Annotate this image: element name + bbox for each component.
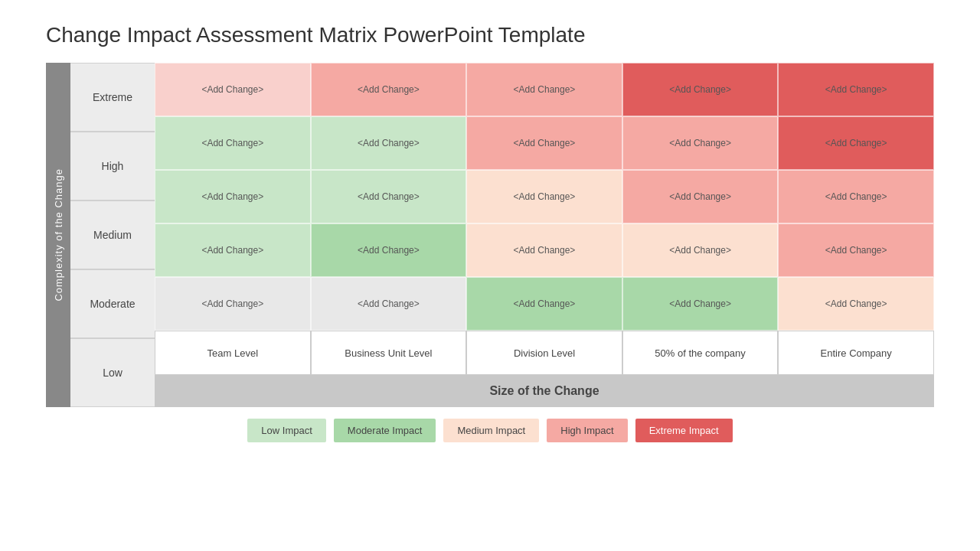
legend-area: Low Impact Moderate Impact Medium Impact…: [0, 415, 980, 446]
cell-high-4[interactable]: <Add Change>: [622, 116, 779, 170]
row-extreme: <Add Change> <Add Change> <Add Change> <…: [155, 63, 934, 116]
legend-moderate: Moderate Impact: [334, 419, 436, 442]
col-label-entire: Entire Company: [778, 331, 934, 375]
cell-medium-4[interactable]: <Add Change>: [622, 170, 779, 223]
row-label-low: Low: [70, 338, 155, 407]
x-axis-row: Size of the Change: [155, 375, 934, 407]
cell-medium-5[interactable]: <Add Change>: [778, 170, 934, 223]
cell-moderate-1[interactable]: <Add Change>: [155, 223, 311, 277]
cell-low-2[interactable]: <Add Change>: [311, 277, 467, 331]
col-label-50pct: 50% of the company: [622, 331, 779, 375]
cell-low-1[interactable]: <Add Change>: [155, 277, 311, 331]
legend-high: High Impact: [547, 419, 627, 442]
cell-extreme-3[interactable]: <Add Change>: [466, 63, 622, 116]
row-low: <Add Change> <Add Change> <Add Change> <…: [155, 277, 934, 331]
legend-extreme: Extreme Impact: [635, 419, 733, 442]
row-label-medium: Medium: [70, 201, 155, 269]
cell-low-4[interactable]: <Add Change>: [622, 277, 779, 331]
row-high: <Add Change> <Add Change> <Add Change> <…: [155, 116, 934, 170]
y-axis-label: Complexity of the Change: [53, 168, 64, 302]
matrix-layout: Complexity of the Change Extreme High Me…: [0, 63, 980, 407]
col-label-team: Team Level: [155, 331, 311, 375]
data-grid: <Add Change> <Add Change> <Add Change> <…: [155, 63, 934, 331]
col-label-bu: Business Unit Level: [311, 331, 467, 375]
legend-medium: Medium Impact: [443, 419, 539, 442]
cell-high-3[interactable]: <Add Change>: [466, 116, 622, 170]
cell-moderate-4[interactable]: <Add Change>: [622, 223, 779, 277]
cell-high-1[interactable]: <Add Change>: [155, 116, 311, 170]
legend-low: Low Impact: [247, 419, 325, 442]
y-axis-bar: Complexity of the Change: [46, 63, 70, 407]
cell-low-3[interactable]: <Add Change>: [466, 277, 622, 331]
main-content: <Add Change> <Add Change> <Add Change> <…: [155, 63, 934, 407]
cell-low-5[interactable]: <Add Change>: [778, 277, 934, 331]
col-labels-row: Team Level Business Unit Level Division …: [155, 331, 934, 375]
row-label-extreme: Extreme: [70, 63, 155, 132]
row-headers: Extreme High Medium Moderate Low: [70, 63, 155, 407]
cell-high-5[interactable]: <Add Change>: [778, 116, 934, 170]
cell-moderate-5[interactable]: <Add Change>: [778, 223, 934, 277]
cell-extreme-5[interactable]: <Add Change>: [778, 63, 934, 116]
col-label-division: Division Level: [466, 331, 622, 375]
row-medium: <Add Change> <Add Change> <Add Change> <…: [155, 170, 934, 223]
cell-high-2[interactable]: <Add Change>: [311, 116, 467, 170]
row-label-high: High: [70, 132, 155, 201]
cell-extreme-2[interactable]: <Add Change>: [311, 63, 467, 116]
cell-moderate-3[interactable]: <Add Change>: [466, 223, 622, 277]
cell-medium-3[interactable]: <Add Change>: [466, 170, 622, 223]
y-axis-container: Complexity of the Change Extreme High Me…: [46, 63, 155, 407]
cell-extreme-4[interactable]: <Add Change>: [622, 63, 779, 116]
page-title: Change Impact Assessment Matrix PowerPoi…: [0, 0, 980, 63]
x-axis-label: Size of the Change: [489, 384, 599, 398]
row-label-moderate: Moderate: [70, 269, 155, 338]
cell-extreme-1[interactable]: <Add Change>: [155, 63, 311, 116]
cell-moderate-2[interactable]: <Add Change>: [311, 223, 467, 277]
cell-medium-2[interactable]: <Add Change>: [311, 170, 467, 223]
row-moderate: <Add Change> <Add Change> <Add Change> <…: [155, 223, 934, 277]
cell-medium-1[interactable]: <Add Change>: [155, 170, 311, 223]
